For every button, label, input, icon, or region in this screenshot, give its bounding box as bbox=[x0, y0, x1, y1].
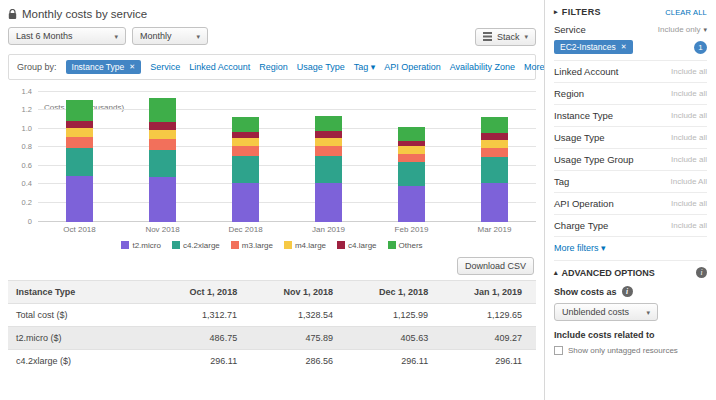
chevron-down-icon: ▾ bbox=[703, 26, 707, 33]
x-axis-tick-label: Dec 2018 bbox=[216, 225, 276, 234]
service-chip-row: EC2-Instances ✕ 1 bbox=[554, 40, 707, 54]
group-by-link[interactable]: Service bbox=[150, 62, 180, 72]
x-axis-tick-label: Oct 2018 bbox=[50, 225, 110, 234]
filter-row-usage-type[interactable]: Usage TypeInclude all bbox=[554, 127, 707, 149]
bar-segment[interactable] bbox=[66, 176, 93, 222]
filters-sidebar: ▸ FILTERS CLEAR ALL Service Include only… bbox=[544, 0, 716, 400]
bar-segment[interactable] bbox=[398, 154, 425, 162]
bar-segment[interactable] bbox=[481, 183, 508, 221]
legend-label: m3.large bbox=[242, 241, 273, 250]
table-section: Download CSV Instance TypeOct 1, 2018Nov… bbox=[8, 257, 536, 372]
date-range-dropdown[interactable]: Last 6 Months ▾ bbox=[8, 27, 126, 45]
filter-row-instance-type[interactable]: Instance TypeInclude all bbox=[554, 105, 707, 127]
bar-segment[interactable] bbox=[232, 156, 259, 184]
filter-row-usage-type-group[interactable]: Usage Type GroupInclude all bbox=[554, 149, 707, 171]
advanced-title: ADVANCED OPTIONS bbox=[562, 268, 655, 278]
plot-area bbox=[38, 92, 536, 222]
bar-segment[interactable] bbox=[481, 117, 508, 134]
filter-row-linked-account[interactable]: Linked AccountInclude all bbox=[554, 61, 707, 83]
value-cell: 286.56 bbox=[251, 349, 347, 372]
bar-segment[interactable] bbox=[66, 148, 93, 176]
x-axis-tick-label: Jan 2019 bbox=[299, 225, 359, 234]
group-by-link[interactable]: Availability Zone bbox=[450, 62, 515, 72]
bar-segment[interactable] bbox=[481, 148, 508, 157]
bar-segment[interactable] bbox=[232, 138, 259, 146]
table-row: Total cost ($)1,312.711,328.541,125.991,… bbox=[8, 303, 536, 326]
bar-segment[interactable] bbox=[315, 138, 342, 146]
filter-row-tag[interactable]: TagInclude All bbox=[554, 171, 707, 193]
info-icon[interactable]: i bbox=[622, 286, 633, 297]
table-row: c4.2xlarge ($)296.11286.56296.11296.11 bbox=[8, 349, 536, 372]
include-costs-label: Include costs related to bbox=[554, 330, 707, 340]
stacked-bar[interactable] bbox=[149, 98, 176, 221]
group-by-chip-instance-type[interactable]: Instance Type ✕ bbox=[66, 60, 142, 74]
group-by-link[interactable]: Usage Type bbox=[297, 62, 345, 72]
group-by-link[interactable]: Region bbox=[259, 62, 288, 72]
stacked-bar[interactable] bbox=[315, 116, 342, 222]
service-row[interactable]: Service Include only ▾ bbox=[554, 24, 707, 35]
advanced-options-header[interactable]: ▴ ADVANCED OPTIONS i bbox=[554, 260, 707, 284]
untagged-checkbox[interactable] bbox=[554, 346, 563, 355]
filter-label: Tag bbox=[554, 176, 569, 187]
more-filters-link[interactable]: More filters ▾ bbox=[554, 237, 707, 260]
bar-segment[interactable] bbox=[149, 150, 176, 177]
value-cell: 1,125.99 bbox=[347, 303, 442, 326]
filter-row-region[interactable]: RegionInclude all bbox=[554, 83, 707, 105]
group-by-link[interactable]: Linked Account bbox=[189, 62, 250, 72]
group-by-link[interactable]: API Operation bbox=[384, 62, 441, 72]
chevron-down-icon: ▾ bbox=[196, 33, 200, 40]
stacked-bar[interactable] bbox=[398, 127, 425, 222]
bar-segment[interactable] bbox=[149, 122, 176, 129]
filter-row-charge-type[interactable]: Charge TypeInclude all bbox=[554, 215, 707, 237]
legend-swatch bbox=[284, 241, 292, 249]
service-mode-dropdown[interactable]: Include only ▾ bbox=[658, 25, 707, 34]
legend-label: t2.micro bbox=[132, 241, 160, 250]
bar-segment[interactable] bbox=[481, 140, 508, 148]
bar-segment[interactable] bbox=[66, 100, 93, 121]
bar-segment[interactable] bbox=[398, 186, 425, 221]
bar-segment[interactable] bbox=[481, 157, 508, 183]
bar-segment[interactable] bbox=[232, 146, 259, 155]
bar-segment[interactable] bbox=[315, 156, 342, 184]
filter-rows: Linked AccountInclude allRegionInclude a… bbox=[554, 61, 707, 237]
info-icon[interactable]: i bbox=[696, 267, 707, 278]
filters-title-wrap[interactable]: ▸ FILTERS bbox=[554, 7, 601, 17]
bar-segment[interactable] bbox=[149, 98, 176, 122]
bar-segment[interactable] bbox=[315, 116, 342, 132]
advanced-title-wrap: ▴ ADVANCED OPTIONS bbox=[554, 268, 655, 278]
bar-segment[interactable] bbox=[315, 146, 342, 155]
bar-segment[interactable] bbox=[398, 127, 425, 141]
table-row: t2.micro ($)486.75475.89405.63409.27 bbox=[8, 326, 536, 349]
bar-segment[interactable] bbox=[232, 117, 259, 133]
stacked-bar[interactable] bbox=[481, 117, 508, 222]
granularity-dropdown[interactable]: Monthly ▾ bbox=[132, 27, 208, 45]
y-axis-tick-label: 0.8 bbox=[22, 142, 32, 151]
stack-button[interactable]: Stack ▾ bbox=[475, 28, 536, 46]
bar-segment[interactable] bbox=[149, 139, 176, 150]
table-column-header: Jan 1, 2019 bbox=[442, 280, 536, 303]
group-by-link[interactable]: Tag ▾ bbox=[354, 62, 376, 72]
bar-segment[interactable] bbox=[149, 177, 176, 222]
bar-segment[interactable] bbox=[149, 130, 176, 139]
costs-type-dropdown[interactable]: Unblended costs ▾ bbox=[554, 303, 658, 321]
group-by-label: Group by: bbox=[17, 62, 57, 72]
filter-label: Region bbox=[554, 88, 584, 99]
bar-segment[interactable] bbox=[66, 137, 93, 148]
bar-segment[interactable] bbox=[66, 128, 93, 137]
x-axis-tick-label: Mar 2019 bbox=[465, 225, 525, 234]
chevron-right-icon: ▸ bbox=[554, 8, 558, 16]
filter-row-api-operation[interactable]: API OperationInclude all bbox=[554, 193, 707, 215]
bar-segment[interactable] bbox=[398, 162, 425, 186]
bar-segment[interactable] bbox=[232, 183, 259, 221]
download-csv-button[interactable]: Download CSV bbox=[457, 257, 534, 275]
bar-segment[interactable] bbox=[315, 183, 342, 221]
x-axis-labels: Oct 2018Nov 2018Dec 2018Jan 2019Feb 2019… bbox=[38, 225, 536, 234]
filter-value: Include All bbox=[671, 177, 707, 186]
stacked-bar[interactable] bbox=[232, 117, 259, 222]
stacked-bar[interactable] bbox=[66, 100, 93, 222]
chip-label: EC2-Instances bbox=[560, 42, 616, 52]
costs-table: Instance TypeOct 1, 2018Nov 1, 2018Dec 1… bbox=[8, 280, 536, 372]
bar-segment[interactable] bbox=[398, 146, 425, 153]
clear-all-link[interactable]: CLEAR ALL bbox=[665, 8, 707, 17]
service-chip-ec2-instances[interactable]: EC2-Instances ✕ bbox=[554, 40, 633, 54]
